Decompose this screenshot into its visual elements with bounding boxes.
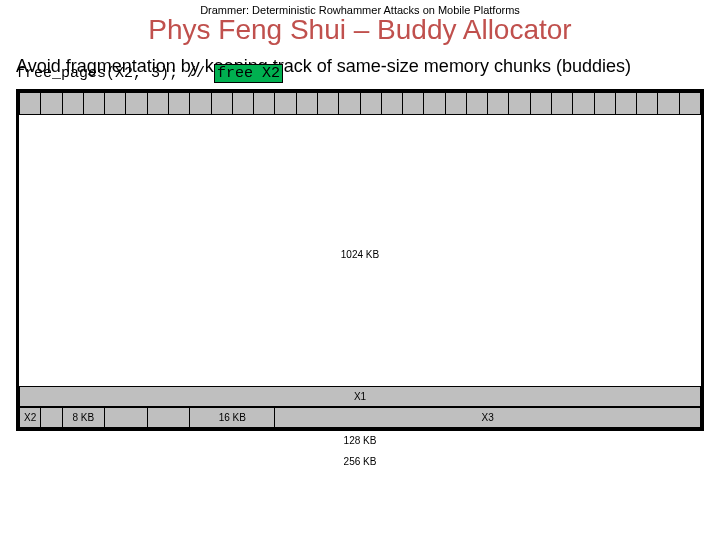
cell-empty-mid (105, 407, 148, 427)
cell-x1: X1 (20, 386, 701, 406)
cell-empty-mid2 (147, 407, 190, 427)
diagram-bottom-row: X2 8 KB 16 KB X3 (19, 407, 701, 428)
label-1024kb: 1024 KB (19, 249, 701, 260)
code-highlight: free X2 (214, 64, 283, 83)
label-256kb: 256 KB (16, 456, 704, 467)
cell-empty-small (41, 407, 62, 427)
code-prefix: free_pages(X2, 3); // (16, 65, 214, 82)
cell-x2: X2 (20, 407, 41, 427)
slide-title: Phys Feng Shui – Buddy Allocator (0, 14, 720, 46)
memory-diagram: 1024 KB X1 X2 8 KB 16 KB (16, 89, 704, 431)
mem-cell (20, 92, 41, 114)
cell-x3: X3 (275, 407, 701, 427)
diagram-top-grid (19, 92, 701, 115)
code-line: free_pages(X2, 3); // free X2 (16, 64, 704, 83)
cell-8kb: 8 KB (62, 407, 105, 427)
label-128kb: 128 KB (16, 435, 704, 446)
diagram-x1-row: X1 (19, 386, 701, 407)
cell-16kb: 16 KB (190, 407, 275, 427)
